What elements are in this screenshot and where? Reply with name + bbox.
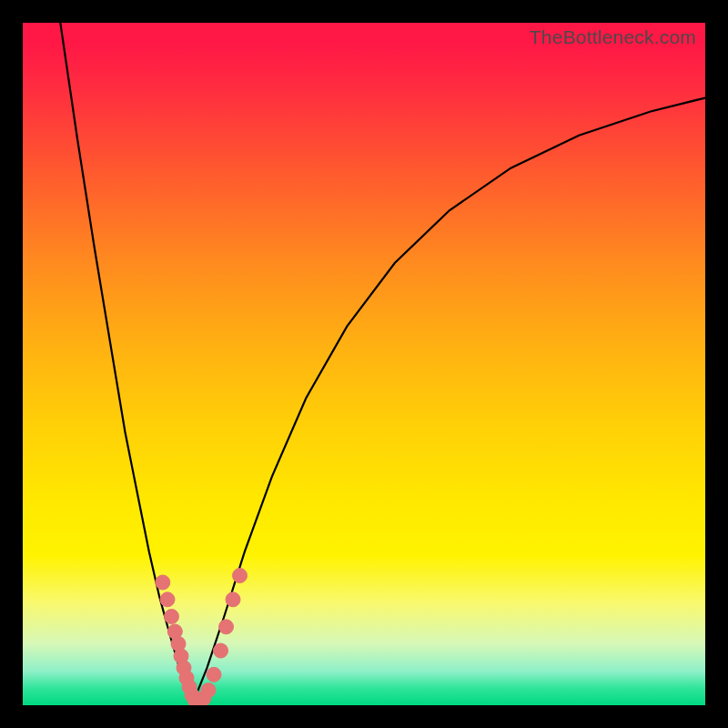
marker-dot — [226, 592, 240, 607]
plot-area: TheBottleneck.com — [23, 23, 705, 705]
marker-dot — [207, 667, 221, 682]
marker-dot — [160, 592, 175, 607]
marker-dot — [201, 683, 216, 698]
marker-dot — [219, 620, 234, 634]
marker-dot — [156, 575, 170, 590]
chart-frame: TheBottleneck.com — [0, 0, 728, 728]
marker-dot — [165, 610, 179, 624]
marker-dot — [233, 569, 248, 583]
curve-path — [60, 23, 705, 702]
watermark-text: TheBottleneck.com — [530, 26, 696, 48]
marker-dot — [214, 643, 228, 658]
curve-layer — [23, 23, 705, 705]
